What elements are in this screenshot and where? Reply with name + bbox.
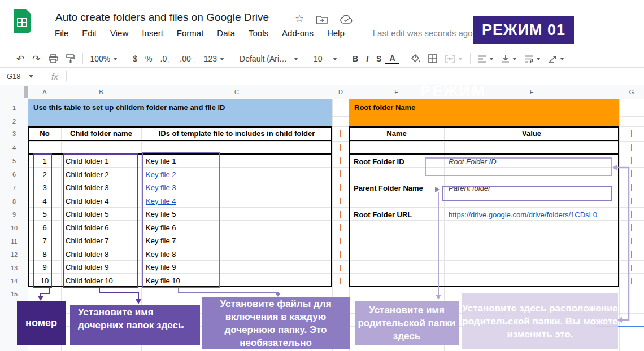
font-select[interactable]: Default (Ari… (236, 52, 302, 65)
column-header-c[interactable]: C (141, 85, 332, 99)
pipe-cell[interactable]: | (332, 140, 349, 153)
document-title[interactable]: Auto create folders and files on Google … (55, 11, 269, 24)
pipe-cell[interactable]: | (332, 153, 349, 167)
paint-format-button[interactable] (62, 52, 79, 65)
pipe-cell[interactable]: | (619, 261, 644, 274)
toolbar-separator (125, 53, 125, 64)
annotation-child-folder-names: Установите имя дочерних папок здесь (70, 305, 200, 345)
formula-bar: G18 fx (0, 68, 644, 85)
formula-bar-separator (42, 71, 42, 81)
row-header[interactable]: 2 (0, 116, 28, 126)
menu-data[interactable]: Data (217, 28, 235, 38)
pipe-cell[interactable]: | (332, 207, 349, 221)
strikethrough-button[interactable]: S (372, 52, 385, 65)
text-wrap-button[interactable] (521, 52, 545, 65)
toolbar-separator (470, 53, 471, 64)
right-table-border (349, 153, 619, 155)
column-header-g[interactable]: G (619, 85, 644, 99)
menu-file[interactable]: File (55, 28, 68, 38)
pipe-cell[interactable]: | (332, 126, 349, 140)
pipe-cell[interactable]: | (619, 274, 644, 287)
text-rotation-button[interactable] (545, 52, 568, 65)
pipe-cell[interactable]: | (332, 274, 349, 287)
more-formats-button[interactable]: 123 (200, 52, 228, 65)
print-button[interactable] (45, 52, 62, 65)
move-to-folder-icon[interactable] (316, 15, 328, 24)
redo-button[interactable]: ↷ (28, 52, 44, 65)
menu-view[interactable]: View (110, 28, 128, 38)
right-table-border (349, 126, 619, 287)
pipe-cell[interactable]: | (619, 234, 644, 247)
pipe-cell[interactable]: | (332, 220, 349, 234)
vertical-align-button[interactable] (498, 52, 521, 65)
zoom-select[interactable]: 100% (86, 52, 122, 65)
left-table-banner[interactable]: Use this table to set up childern folder… (28, 99, 332, 126)
highlight-rect-parent-folder (442, 186, 612, 201)
menu-tools[interactable]: Tools (249, 28, 268, 38)
toolbar-separator (345, 53, 345, 64)
pipe-cell[interactable]: | (619, 207, 644, 221)
decrease-decimal-button[interactable]: .0← (156, 52, 176, 65)
left-table-border (28, 140, 332, 141)
annotation-number: номер (17, 301, 66, 345)
increase-decimal-button[interactable]: .00→ (176, 52, 199, 65)
last-edit-link[interactable]: Last edit was seconds ago (373, 28, 473, 38)
menu-edit[interactable]: Edit (82, 28, 97, 38)
name-box[interactable]: G18 (0, 72, 42, 81)
pipe-cell[interactable]: | (619, 180, 644, 194)
pipe-cell[interactable]: | (332, 166, 349, 180)
row-header[interactable]: 1 (0, 99, 28, 116)
text-color-button[interactable]: A (385, 53, 399, 64)
menu-format[interactable]: Format (177, 28, 204, 38)
font-size-select[interactable]: 10 (310, 52, 341, 65)
toolbar-separator (82, 53, 83, 64)
highlight-rect-numbers (33, 153, 52, 288)
column-header-d[interactable]: D (332, 85, 349, 99)
right-table-banner[interactable]: Root folder Name (349, 99, 619, 126)
merge-cells-button[interactable] (441, 52, 467, 65)
format-currency-button[interactable]: $ (129, 52, 141, 65)
pipe-cell[interactable]: | (332, 180, 349, 194)
undo-button[interactable]: ↶ (12, 52, 28, 65)
toolbar-separator (306, 53, 306, 64)
annotation-parent-folder-name: Установите имя родительской папки здесь (355, 301, 459, 345)
horizontal-align-button[interactable] (474, 52, 498, 65)
annotation-key-files: Установите файлы для включения в каждую … (202, 297, 350, 349)
pipe-cell[interactable]: | (619, 220, 644, 234)
menu-addons[interactable]: Add-ons (282, 28, 314, 38)
pipe-cell[interactable]: | (332, 261, 349, 274)
menu-help[interactable]: Help (327, 28, 345, 38)
toolbar-separator (403, 53, 403, 64)
google-sheets-logo[interactable] (14, 9, 31, 33)
watermark-text: РЕЖИМ (420, 82, 486, 100)
format-percent-button[interactable]: % (141, 52, 156, 65)
pipe-cell[interactable]: | (619, 153, 644, 167)
toolbar-separator (232, 53, 232, 64)
menu-bar: File Edit View Insert Format Data Tools … (55, 28, 473, 38)
fill-color-button[interactable] (407, 52, 424, 65)
italic-button[interactable]: I (362, 52, 372, 65)
column-header-b[interactable]: B (61, 85, 141, 99)
right-table-border (349, 140, 619, 141)
annotation-root-folder-location: Установите здесь расположение родительск… (462, 293, 618, 349)
formula-bar-separator (66, 71, 67, 81)
row-header[interactable]: 15 (0, 287, 28, 301)
pipe-cell[interactable]: | (619, 194, 644, 207)
menu-insert[interactable]: Insert (142, 28, 163, 38)
toolbar: ↶ ↷ 100% $ % .0← .00→ 123 Default (Ari… … (0, 50, 644, 68)
highlight-rect-folder-names (63, 153, 138, 288)
cloud-saved-icon[interactable] (340, 15, 353, 24)
pipe-cell[interactable]: | (619, 166, 644, 180)
pipe-cell[interactable]: | (332, 234, 349, 247)
pipe-cell[interactable]: | (619, 247, 644, 261)
pipe-cell[interactable]: | (332, 194, 349, 207)
select-all-corner[interactable] (24, 86, 28, 98)
column-header-a[interactable]: A (28, 85, 61, 99)
borders-button[interactable] (424, 52, 441, 65)
star-icon[interactable]: ☆ (295, 12, 304, 25)
pipe-cell[interactable]: | (619, 140, 644, 153)
rezhim-01-badge: РЕЖИМ 01 (473, 16, 574, 44)
pipe-cell[interactable]: | (332, 247, 349, 261)
pipe-cell[interactable]: | (619, 126, 644, 140)
bold-button[interactable]: B (349, 52, 362, 65)
